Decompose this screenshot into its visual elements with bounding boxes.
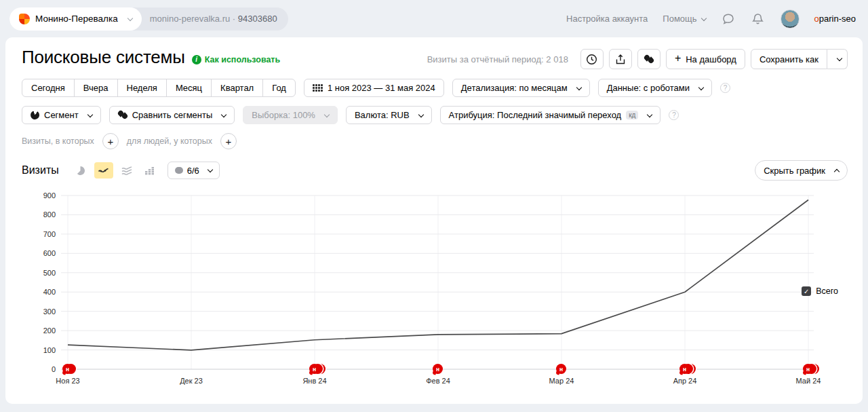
- svg-text:800: 800: [43, 210, 56, 219]
- comments-count: 6/6: [187, 166, 199, 176]
- period-total-label: Визиты за отчётный период:: [427, 54, 544, 64]
- x-axis-label: Ноя 23: [56, 377, 79, 385]
- how-to-use-link[interactable]: i Как использовать: [192, 55, 280, 64]
- x-axis-label: Дек 23: [180, 377, 203, 385]
- quick-range-group: СегодняВчераНеделяМесяцКварталГод: [22, 79, 296, 97]
- detalization-button[interactable]: Детализация: по месяцам: [452, 79, 590, 97]
- add-people-condition-button[interactable]: +: [220, 133, 237, 149]
- help-question-icon[interactable]: ?: [720, 83, 730, 93]
- comments-dropdown-button[interactable]: 6/6: [167, 162, 220, 179]
- chevron-down-icon: [87, 111, 92, 117]
- visits-condition-label: Визиты, в которых: [22, 136, 94, 146]
- annotation-bubble-icon: н: [803, 364, 813, 374]
- quick-range-button[interactable]: Вчера: [74, 79, 118, 97]
- segment-pie-icon: [29, 109, 41, 121]
- chevron-down-icon: [647, 111, 652, 117]
- sampling-button[interactable]: Выборка: 100%: [243, 106, 338, 124]
- x-axis-label: Мар 24: [549, 377, 574, 385]
- annotation-bubble-icon: н: [556, 364, 566, 374]
- bell-icon[interactable]: [751, 12, 766, 26]
- chart-type-columns-icon[interactable]: [140, 162, 159, 179]
- chevron-down-icon: [837, 56, 842, 61]
- chevron-down-icon: [698, 84, 704, 90]
- clock-icon: [586, 54, 597, 65]
- annotation-marker[interactable]: н: [433, 364, 443, 374]
- svg-text:900: 900: [43, 191, 56, 200]
- period-total-value: 2 018: [546, 54, 568, 64]
- x-axis-label: Май 24: [796, 377, 821, 385]
- page-title: Поисковые системы: [22, 47, 185, 68]
- quick-range-button[interactable]: Квартал: [211, 79, 263, 97]
- annotation-marker[interactable]: н: [309, 364, 326, 374]
- svg-text:0: 0: [52, 365, 56, 373]
- svg-text:600: 600: [43, 249, 56, 257]
- visits-line-chart[interactable]: 0100200300400500600700800900Ноя 23Дек 23…: [28, 186, 822, 390]
- counter-name: Монино-Перевалка: [35, 14, 118, 24]
- compare-segments-button[interactable]: Сравнить сегменты: [109, 106, 235, 124]
- add-visit-condition-button[interactable]: +: [102, 133, 119, 149]
- checkbox-checked-icon[interactable]: ✓: [802, 286, 811, 296]
- attribution-badge: кд: [626, 111, 638, 119]
- chart-type-area-icon[interactable]: [117, 162, 136, 179]
- quick-range-button[interactable]: Неделя: [117, 79, 167, 97]
- counter-id: 94303680: [238, 14, 277, 24]
- report-card: Поисковые системы i Как использовать Виз…: [5, 37, 863, 404]
- svg-text:500: 500: [43, 269, 56, 277]
- detalization-label: Детализация: по месяцам: [461, 83, 568, 93]
- data-mode-button[interactable]: Данные: с роботами: [598, 79, 712, 97]
- chart-type-pie-icon[interactable]: [71, 162, 90, 179]
- segment-button[interactable]: Сегмент: [22, 106, 101, 124]
- chat-icon[interactable]: [721, 12, 736, 26]
- quick-range-button[interactable]: Год: [262, 79, 296, 97]
- annotation-marker[interactable]: н: [679, 364, 696, 374]
- chart-type-line-icon[interactable]: [94, 162, 113, 179]
- svg-text:400: 400: [43, 288, 56, 296]
- metrica-logo-icon: [19, 14, 30, 24]
- to-dashboard-button[interactable]: + На дашборд: [666, 49, 745, 69]
- metric-label: Визиты: [22, 164, 59, 176]
- chevron-down-icon: [701, 15, 706, 20]
- annotation-marker[interactable]: н: [803, 364, 819, 374]
- attribution-button[interactable]: Атрибуция: Последний значимый переход кд: [440, 106, 661, 124]
- currency-label: Валюта: RUB: [355, 110, 410, 120]
- how-to-use-label: Как использовать: [205, 55, 280, 64]
- save-as-menu-button[interactable]: [827, 49, 848, 69]
- help-label: Помощь: [663, 14, 696, 24]
- account-settings-link[interactable]: Настройка аккаунта: [566, 14, 648, 24]
- schedule-button[interactable]: [580, 49, 604, 69]
- to-dashboard-label: На дашборд: [686, 54, 736, 64]
- export-button[interactable]: [609, 49, 632, 69]
- currency-button[interactable]: Валюта: RUB: [346, 106, 432, 124]
- chevron-down-icon: [576, 84, 581, 90]
- save-as-button[interactable]: Сохранить как: [751, 49, 827, 69]
- username[interactable]: oparin-seo: [814, 14, 856, 24]
- export-icon: [615, 54, 626, 65]
- x-axis-label: Фев 24: [426, 377, 450, 385]
- quick-range-button[interactable]: Сегодня: [22, 79, 75, 97]
- quick-range-button[interactable]: Месяц: [166, 79, 212, 97]
- date-range-button[interactable]: 1 ноя 2023 — 31 мая 2024: [304, 79, 444, 97]
- top-header: Монино-Перевалка monino-perevalka.ru · 9…: [0, 0, 868, 37]
- help-menu[interactable]: Помощь: [663, 14, 705, 24]
- legend-total[interactable]: ✓ Всего: [802, 286, 838, 296]
- annotation-marker[interactable]: н: [556, 364, 566, 374]
- chevron-down-icon: [127, 15, 132, 20]
- info-icon: i: [192, 55, 201, 64]
- avatar[interactable]: [781, 10, 800, 29]
- segment-label: Сегмент: [44, 110, 79, 120]
- hide-chart-button[interactable]: Скрыть график: [755, 160, 848, 181]
- plus-icon: +: [675, 52, 681, 64]
- visits-chart[interactable]: 0100200300400500600700800900Ноя 23Дек 23…: [28, 186, 822, 390]
- annotation-marker[interactable]: н: [62, 364, 76, 374]
- period-total: Визиты за отчётный период: 2 018: [427, 54, 568, 64]
- help-question-icon[interactable]: ?: [669, 110, 679, 120]
- chevron-down-icon: [324, 111, 330, 117]
- counter-pill: Монино-Перевалка monino-perevalka.ru · 9…: [9, 7, 288, 31]
- counter-switcher[interactable]: Монино-Перевалка: [9, 7, 142, 31]
- compare-segments-label: Сравнить сегменты: [132, 110, 213, 120]
- legend-total-label: Всего: [816, 286, 838, 296]
- x-axis-label: Янв 24: [302, 377, 326, 385]
- svg-text:700: 700: [43, 230, 56, 238]
- svg-text:300: 300: [43, 307, 56, 316]
- feedback-button[interactable]: [637, 49, 660, 69]
